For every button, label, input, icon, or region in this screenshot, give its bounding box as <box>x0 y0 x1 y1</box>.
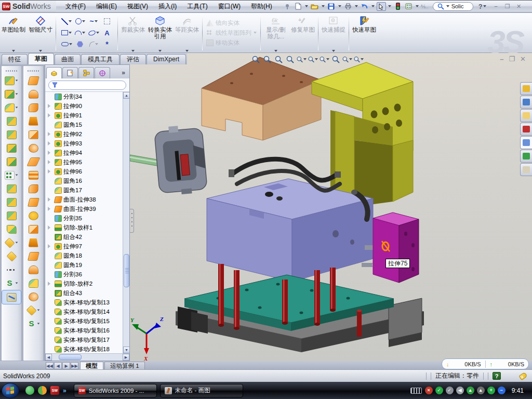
swept-surface-icon[interactable] <box>23 101 43 114</box>
expand-arrow-icon[interactable] <box>48 141 50 145</box>
undo-dropdown-icon[interactable] <box>371 5 375 7</box>
slot-tool-icon[interactable] <box>60 38 73 50</box>
scroll-down-icon[interactable]: ▼ <box>123 347 129 353</box>
quick-launch-overflow-icon[interactable]: » <box>63 387 66 394</box>
ribbon-tab[interactable]: DimXpert <box>147 54 186 64</box>
selection-box-icon[interactable] <box>100 16 114 27</box>
delete-body-icon[interactable] <box>2 249 21 263</box>
tree-item[interactable]: 拉伸94 <box>46 148 122 157</box>
tree-horizontal-scrollbar[interactable]: ◀ ▶ <box>45 353 129 361</box>
boundary-surface-icon[interactable] <box>23 128 43 141</box>
tree-item[interactable]: 实体-移动/复制14 <box>46 307 122 316</box>
solidworks-quick-icon[interactable]: SW <box>50 386 59 395</box>
expand-arrow-icon[interactable] <box>48 169 50 174</box>
pin-icon[interactable] <box>283 2 292 11</box>
expand-arrow-icon[interactable] <box>48 104 50 108</box>
suite-quick-icon[interactable] <box>38 386 47 395</box>
expand-arrow-icon[interactable] <box>48 132 50 136</box>
taskbar-clock[interactable]: 9:41 <box>509 387 528 394</box>
expand-arrow-icon[interactable] <box>48 244 50 248</box>
manager-tabs-overflow[interactable]: » <box>118 69 128 78</box>
tree-item[interactable]: 实体-移动/复制16 <box>46 326 122 335</box>
ribbon-tab[interactable]: 曲面 <box>55 54 81 64</box>
tree-item[interactable]: 曲面-拉伸38 <box>46 195 122 204</box>
extruded-boss-icon[interactable] <box>2 74 21 87</box>
trim-entities-button[interactable]: 剪裁实体 <box>119 13 147 52</box>
scroll-left-icon[interactable]: ◀ <box>45 354 52 361</box>
knit-surface-icon[interactable] <box>23 263 43 276</box>
expand-arrow-icon[interactable] <box>48 197 50 202</box>
rapid-sketch-button[interactable]: 快速草图 <box>351 13 378 52</box>
search-box[interactable]: Solic <box>433 2 473 11</box>
messenger-quick-icon[interactable] <box>25 386 34 395</box>
spline-icon[interactable]: S <box>2 276 21 290</box>
expand-arrow-icon[interactable] <box>48 225 50 230</box>
taskbar-task-button[interactable]: 未命名 - 画图 <box>160 384 243 397</box>
hide-show-items-icon[interactable] <box>319 54 329 64</box>
menu-item[interactable]: 帮助(H) <box>246 1 277 12</box>
freeform-icon[interactable] <box>23 303 43 317</box>
prev-tab-icon[interactable]: ◀ <box>54 362 62 369</box>
mirror-entities-button[interactable]: 镜向实体 <box>206 19 257 28</box>
solidworks-resources-tab[interactable] <box>520 82 532 95</box>
save-dropdown-icon[interactable] <box>338 5 341 7</box>
combine-bodies-icon[interactable] <box>2 182 21 195</box>
help-dropdown-icon[interactable] <box>483 5 486 7</box>
volume-icon[interactable]: ◀ <box>456 387 464 394</box>
quick-snaps-button[interactable]: 快速捕捉 <box>320 13 347 52</box>
tree-item[interactable]: 实体-移动/复制13 <box>46 298 122 307</box>
tag-icon[interactable] <box>518 371 527 380</box>
tree-item[interactable]: 拉伸92 <box>46 129 122 139</box>
split-body-icon[interactable] <box>2 195 21 209</box>
featuremanager-tab[interactable] <box>46 67 62 78</box>
planar-surface-icon[interactable] <box>23 155 43 168</box>
scroll-right-icon[interactable]: ▶ <box>123 354 129 361</box>
minimize-button[interactable]: – <box>491 2 501 10</box>
menu-item[interactable]: 插入(I) <box>153 1 182 12</box>
tree-item[interactable]: 分割36 <box>46 270 122 279</box>
expand-arrow-icon[interactable] <box>48 160 50 164</box>
extruded-surface-icon[interactable] <box>23 74 43 87</box>
spline-tool-icon[interactable]: ~ <box>87 16 100 27</box>
surface-fillet-icon[interactable] <box>23 276 43 290</box>
rebuild-traffic-light-icon[interactable] <box>393 2 403 11</box>
shield-plus-icon[interactable]: + <box>487 387 495 394</box>
fillet-icon[interactable] <box>2 101 21 114</box>
extruded-cut-icon[interactable] <box>2 87 21 101</box>
tree-item[interactable]: 组合42 <box>46 232 122 242</box>
doc-minimize-button[interactable]: – <box>500 55 503 63</box>
file-explorer-tab[interactable] <box>520 109 532 122</box>
previous-view-icon[interactable] <box>273 54 284 64</box>
tree-item[interactable]: 拉伸90 <box>46 101 122 111</box>
replace-face-icon[interactable] <box>23 222 43 236</box>
appearances-tab[interactable] <box>520 150 532 163</box>
tree-item[interactable]: 实体-移动/复制15 <box>46 316 122 326</box>
spline-surface-icon[interactable]: S <box>23 317 43 330</box>
swept-boss-icon[interactable] <box>2 114 21 128</box>
graphics-viewport[interactable]: X Y Z <box>130 53 532 361</box>
solidworks-search-tab[interactable] <box>520 123 532 136</box>
tree-item[interactable]: 拉伸97 <box>46 242 122 251</box>
smart-dimension-button[interactable]: 智能尺寸 <box>27 13 54 52</box>
tree-item[interactable]: 分割34 <box>46 92 122 101</box>
help-icon[interactable]: ? <box>478 3 483 10</box>
next-tab-icon[interactable]: ▶ <box>62 362 70 369</box>
view-palette-tab[interactable] <box>520 136 532 149</box>
repair-sketch-button[interactable]: + 修复草图 <box>289 13 316 52</box>
ellipse-tool-icon[interactable] <box>87 27 100 38</box>
scroll-up-icon[interactable]: ▲ <box>123 92 129 99</box>
tree-item[interactable]: 圆角16 <box>46 176 122 185</box>
apply-scene-icon[interactable] <box>342 54 352 64</box>
ruled-surface-icon[interactable] <box>23 182 43 195</box>
toolbar-overflow-icon[interactable]: ⅍.. <box>421 4 429 9</box>
edit-appearance-icon[interactable] <box>330 54 341 64</box>
doc-restore-button[interactable]: ❐ <box>509 55 515 63</box>
dimxpertmanager-tab[interactable] <box>95 67 110 78</box>
ribbon-tab[interactable]: 特征 <box>2 54 28 64</box>
tree-item[interactable]: 切除-放样2 <box>46 279 122 288</box>
display-style-icon[interactable] <box>308 54 318 64</box>
tree-item[interactable]: 圆角19 <box>46 260 122 270</box>
view-orientation-icon[interactable] <box>296 54 307 64</box>
polygon-tool-icon[interactable] <box>73 38 87 50</box>
display-delete-relations-button[interactable]: 6k 显示/删除几... <box>262 13 289 52</box>
